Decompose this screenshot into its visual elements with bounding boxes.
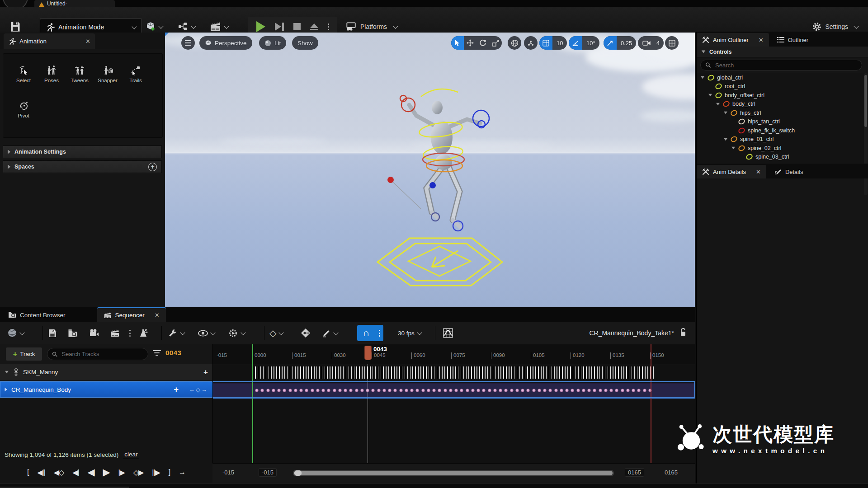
key-navigation-buttons[interactable]: ←◇→ xyxy=(189,386,208,393)
close-icon[interactable]: ✕ xyxy=(759,37,764,43)
keyframe-tick[interactable] xyxy=(311,366,312,379)
close-icon[interactable]: ✕ xyxy=(155,312,160,319)
keyframe-tick[interactable] xyxy=(453,366,453,379)
keyframe-dot[interactable] xyxy=(548,389,552,392)
keyframe-tick[interactable] xyxy=(519,366,520,379)
keyframe-tick[interactable] xyxy=(388,366,389,379)
keyframe-dot[interactable] xyxy=(454,389,458,392)
keyframe-tick[interactable] xyxy=(639,366,640,379)
keyframe-dot[interactable] xyxy=(427,389,430,392)
transport-to-front-button[interactable]: [ xyxy=(27,468,28,476)
world-space-button[interactable] xyxy=(508,36,521,50)
keyframe-dot[interactable] xyxy=(493,389,497,392)
keyframe-tick[interactable] xyxy=(322,366,323,379)
tab-details[interactable]: Details xyxy=(769,165,809,178)
keyframe-tick[interactable] xyxy=(271,366,272,379)
keyframe-tick[interactable] xyxy=(437,366,438,379)
keyframe-dot[interactable] xyxy=(432,389,436,392)
playhead-line[interactable] xyxy=(368,364,368,463)
playback-options-button[interactable] xyxy=(229,325,245,341)
range-inner-end[interactable]: 0165 xyxy=(625,468,644,477)
keyframe-dot[interactable] xyxy=(399,389,403,392)
keyframe-tick[interactable] xyxy=(316,366,317,379)
expand-arrow-icon[interactable] xyxy=(5,388,7,392)
keyframe-dot[interactable] xyxy=(504,389,508,392)
transport-next-bracket-button[interactable]: ||▶ xyxy=(152,468,160,477)
tool-tweens[interactable]: Tweens xyxy=(66,60,94,88)
grid-snap-toggle[interactable]: 10 xyxy=(539,36,567,50)
keyframe-tick[interactable] xyxy=(503,366,504,379)
keyframe-dot[interactable] xyxy=(299,389,303,392)
snap-options-button[interactable] xyxy=(375,325,383,341)
fps-dropdown[interactable]: 30 fps xyxy=(398,326,421,340)
stop-button[interactable] xyxy=(293,23,301,30)
viewport[interactable]: Perspective Lit Show xyxy=(165,33,695,307)
expand-arrow-icon[interactable] xyxy=(724,138,727,141)
keyframe-dot[interactable] xyxy=(538,389,541,392)
director-blueprint-button[interactable] xyxy=(138,325,148,341)
keyframe-tick[interactable] xyxy=(610,366,611,379)
keyframe-dot[interactable] xyxy=(377,389,381,392)
keyframe-dot[interactable] xyxy=(438,389,441,392)
keyframe-dot[interactable] xyxy=(543,389,547,392)
range-outer-start[interactable]: -015 xyxy=(222,469,234,476)
track-timeline-splitter[interactable] xyxy=(212,344,213,463)
keyframe-tick[interactable] xyxy=(562,366,563,379)
keyframe-tick[interactable] xyxy=(530,366,531,379)
clear-filter-button[interactable]: clear xyxy=(123,451,139,458)
keyframe-tick[interactable] xyxy=(423,366,424,379)
keyframe-dot[interactable] xyxy=(393,389,397,392)
snap-toggle-button[interactable]: ∩ xyxy=(357,325,375,341)
transport-play-reverse-button[interactable]: ◀ xyxy=(87,467,94,478)
tool-trails[interactable]: Trails xyxy=(122,60,150,88)
keyframe-tick[interactable] xyxy=(370,366,371,379)
keyframe-tick[interactable] xyxy=(399,366,400,379)
keyframe-tick[interactable] xyxy=(396,366,397,379)
keyframe-tick[interactable] xyxy=(498,366,499,379)
range-outer-end[interactable]: 0165 xyxy=(665,469,678,476)
tree-item-global_ctrl[interactable]: global_ctrl xyxy=(697,73,865,82)
transport-next-key-button[interactable]: ◇▶ xyxy=(133,468,144,477)
keyframe-tick[interactable] xyxy=(418,366,419,379)
keyframe-tick[interactable] xyxy=(605,366,606,379)
track-search[interactable] xyxy=(47,348,148,360)
keyframe-dot[interactable] xyxy=(316,389,320,392)
section-spaces[interactable]: Spaces + xyxy=(3,160,162,173)
keyframe-tick[interactable] xyxy=(591,366,592,379)
keyframe-tick[interactable] xyxy=(618,366,619,379)
keyframe-tick[interactable] xyxy=(613,366,613,379)
keyframe-dot[interactable] xyxy=(382,389,386,392)
keyframe-tick[interactable] xyxy=(576,366,576,379)
tree-item-spine_01_ctrl[interactable]: spine_01_ctrl xyxy=(697,135,865,144)
keyframe-dot[interactable] xyxy=(576,389,580,392)
keyframe-tick[interactable] xyxy=(514,366,515,379)
keyframe-tick[interactable] xyxy=(340,366,341,379)
move-tool-button[interactable] xyxy=(464,36,476,50)
keyframe-tick[interactable] xyxy=(266,366,267,379)
expand-arrow-icon[interactable] xyxy=(5,371,9,374)
section-animation-settings[interactable]: Animation Settings xyxy=(3,145,162,158)
keyframe-dot[interactable] xyxy=(443,389,447,392)
document-tab[interactable]: Untitled- xyxy=(34,0,115,7)
keyframe-dot[interactable] xyxy=(604,389,608,392)
keyframe-tick[interactable] xyxy=(335,366,336,379)
keyframe-dot[interactable] xyxy=(349,389,353,392)
keyframe-dot[interactable] xyxy=(405,389,408,392)
keyframe-dot-band[interactable] xyxy=(213,383,695,399)
keyframe-tick[interactable] xyxy=(493,366,494,379)
keyframe-tick[interactable] xyxy=(525,366,526,379)
keyframe-tick[interactable] xyxy=(325,366,326,379)
keyframe-tick[interactable] xyxy=(282,366,283,379)
tree-item-spine_fk_ik_switch[interactable]: spine_fk_ik_switch xyxy=(697,126,865,135)
keyframe-dot[interactable] xyxy=(587,389,591,392)
track-row-skm-manny[interactable]: SKM_Manny + xyxy=(0,364,212,381)
keyframe-tick[interactable] xyxy=(559,366,560,379)
expand-arrow-icon[interactable] xyxy=(708,94,712,97)
transport-to-end-button[interactable]: ] xyxy=(169,468,170,476)
keyframe-dot[interactable] xyxy=(615,389,618,392)
camera-speed-control[interactable]: 4 xyxy=(638,36,664,50)
keyframe-dot[interactable] xyxy=(266,389,270,392)
keyframe-dot[interactable] xyxy=(499,389,502,392)
keyframe-tick[interactable] xyxy=(308,366,309,379)
keyframe-tick[interactable] xyxy=(511,366,512,379)
